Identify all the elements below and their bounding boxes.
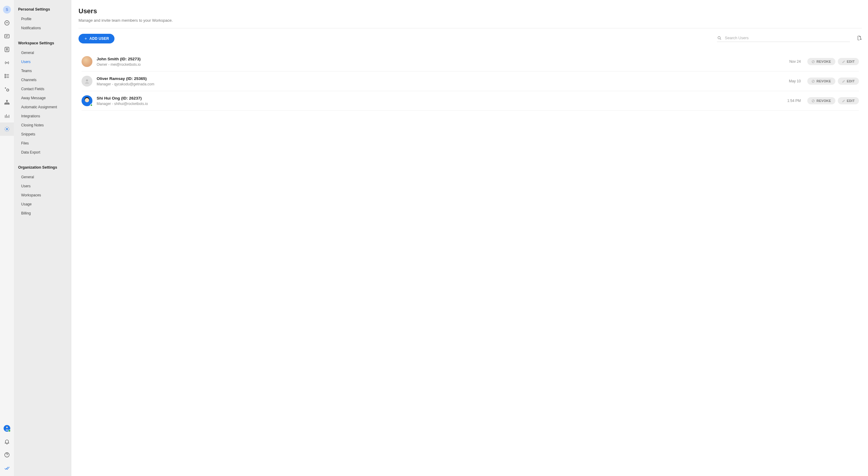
user-avatar — [82, 76, 92, 87]
edit-button[interactable]: EDIT — [838, 58, 859, 65]
sidebar-item-ws-closing-notes[interactable]: Closing Notes — [14, 121, 71, 130]
svg-point-11 — [5, 77, 5, 78]
file-export-icon — [857, 35, 862, 41]
user-avatar — [82, 95, 92, 106]
pencil-icon — [842, 99, 845, 103]
sidebar-item-ws-channels[interactable]: Channels — [14, 75, 71, 84]
edit-label: EDIT — [847, 99, 855, 103]
search-input[interactable] — [725, 36, 850, 40]
sidebar-item-ws-general[interactable]: General — [14, 48, 71, 57]
nav-messages[interactable] — [0, 30, 14, 43]
sidebar-item-ws-snippets[interactable]: Snippets — [14, 130, 71, 139]
svg-rect-17 — [8, 103, 9, 104]
svg-point-0 — [5, 21, 9, 25]
sidebar-item-org-general[interactable]: General — [14, 173, 71, 181]
nav-broadcast[interactable] — [0, 56, 14, 69]
sidebar-item-ws-automatic-assignment[interactable]: Automatic Assignment — [14, 103, 71, 112]
user-name: Oliver Ramsay (ID: 25365) — [97, 76, 789, 81]
block-icon — [811, 80, 815, 83]
svg-line-29 — [720, 39, 721, 39]
edit-label: EDIT — [847, 60, 855, 63]
sidebar-item-profile[interactable]: Profile — [14, 14, 71, 24]
sidebar-section-personal: Personal Settings — [14, 5, 71, 14]
svg-point-13 — [7, 89, 9, 91]
workspace-initial-badge: S — [3, 6, 11, 13]
user-date: 1:54 PM — [787, 99, 801, 103]
nav-notifications[interactable] — [0, 435, 14, 448]
toolbar: ADD USER — [79, 34, 862, 43]
nav-settings[interactable] — [0, 123, 14, 136]
revoke-button[interactable]: REVOKE — [807, 77, 835, 85]
nav-automation[interactable] — [0, 83, 14, 96]
sidebar-item-ws-integrations[interactable]: Integrations — [14, 112, 71, 121]
user-row: Shi Hui Ong (ID: 26237) Manager - shihui… — [82, 91, 859, 111]
nav-reports[interactable] — [0, 109, 14, 123]
svg-rect-1 — [5, 34, 9, 38]
nav-workflows[interactable] — [0, 69, 14, 83]
export-button[interactable] — [857, 35, 862, 42]
nav-help[interactable] — [0, 448, 14, 462]
revoke-label: REVOKE — [816, 79, 831, 83]
user-meta: Owner - mei@rocketbots.io — [97, 62, 789, 67]
nav-current-user[interactable] — [0, 422, 14, 435]
help-icon — [4, 452, 10, 458]
svg-point-9 — [5, 76, 5, 77]
nav-dashboard[interactable] — [0, 16, 14, 30]
search-area — [717, 36, 850, 42]
workspace-switcher[interactable]: S — [0, 3, 14, 16]
revoke-button[interactable]: REVOKE — [807, 58, 835, 65]
revoke-button[interactable]: REVOKE — [807, 97, 835, 104]
sidebar-item-org-usage[interactable]: Usage — [14, 200, 71, 209]
sidebar-item-org-users[interactable]: Users — [14, 181, 71, 191]
svg-point-23 — [6, 427, 8, 428]
broadcast-icon — [4, 60, 10, 66]
edit-button[interactable]: EDIT — [838, 97, 859, 104]
svg-line-31 — [812, 61, 814, 62]
gauge-icon — [4, 20, 10, 26]
nav-brand[interactable] — [0, 462, 14, 475]
user-name: John Smith (ID: 25273) — [97, 57, 789, 61]
page-title: Users — [79, 7, 862, 15]
svg-point-25 — [7, 456, 7, 456]
add-user-label: ADD USER — [89, 36, 109, 41]
svg-line-36 — [812, 100, 814, 102]
sidebar-item-ws-away-message[interactable]: Away Message — [14, 94, 71, 103]
sidebar-item-org-billing[interactable]: Billing — [14, 209, 71, 218]
bar-chart-icon — [4, 113, 10, 119]
list-icon — [4, 73, 10, 79]
user-name: Shi Hui Ong (ID: 26237) — [97, 96, 787, 100]
svg-point-5 — [6, 48, 7, 49]
user-date: Nov 24 — [789, 60, 801, 64]
person-placeholder-icon — [84, 78, 90, 84]
svg-point-6 — [6, 62, 7, 63]
sidebar-item-ws-teams[interactable]: Teams — [14, 66, 71, 75]
user-row: John Smith (ID: 25273) Owner - mei@rocke… — [82, 52, 859, 71]
sidebar-item-ws-contact-fields[interactable]: Contact Fields — [14, 84, 71, 94]
sidebar-item-ws-files[interactable]: Files — [14, 139, 71, 148]
nav-contacts[interactable] — [0, 43, 14, 56]
revoke-label: REVOKE — [816, 99, 831, 103]
sidebar-item-ws-users[interactable]: Users — [14, 57, 71, 66]
user-avatar — [82, 56, 92, 67]
gear-icon — [4, 126, 10, 132]
icon-rail: S — [0, 0, 14, 476]
user-meta: Manager - qycakodu@getnada.com — [97, 82, 789, 86]
sidebar-item-notifications[interactable]: Notifications — [14, 24, 71, 33]
user-avatar-icon — [4, 425, 10, 432]
sidebar-section-organization: Organization Settings — [14, 164, 71, 173]
edit-button[interactable]: EDIT — [838, 77, 859, 85]
sitemap-icon — [4, 100, 10, 106]
message-icon — [4, 33, 10, 39]
sidebar-section-workspace: Workspace Settings — [14, 39, 71, 48]
plus-icon — [84, 37, 88, 40]
nav-org[interactable] — [0, 96, 14, 109]
block-icon — [811, 99, 815, 103]
add-user-button[interactable]: ADD USER — [79, 34, 115, 43]
svg-point-7 — [5, 74, 5, 75]
bell-icon — [4, 439, 10, 445]
svg-point-32 — [86, 79, 88, 81]
sidebar-item-ws-data-export[interactable]: Data Export — [14, 148, 71, 157]
svg-rect-14 — [6, 100, 7, 101]
sidebar-item-org-workspaces[interactable]: Workspaces — [14, 191, 71, 200]
double-check-icon — [4, 465, 10, 471]
